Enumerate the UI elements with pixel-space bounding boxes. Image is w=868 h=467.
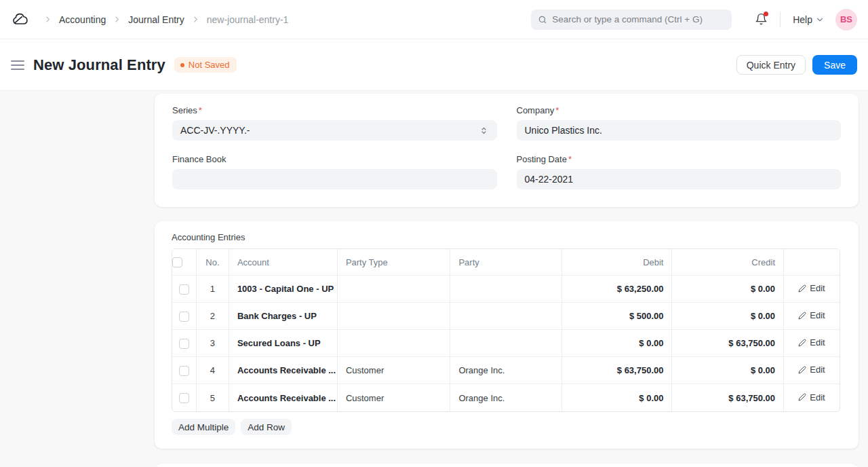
pencil-icon: [798, 312, 806, 320]
row-checkbox[interactable]: [179, 312, 189, 322]
row-checkbox[interactable]: [179, 284, 189, 295]
select-all-checkbox[interactable]: [172, 257, 182, 267]
pencil-icon: [798, 366, 806, 374]
help-menu[interactable]: Help: [793, 14, 825, 25]
column-header-debit: Debit: [562, 249, 673, 276]
credit-cell[interactable]: $ 0.00: [672, 303, 784, 330]
accounting-entries-table: No. Account Party Type Party Debit Credi…: [172, 248, 840, 412]
status-dot-icon: [180, 63, 184, 67]
party-type-cell[interactable]: Customer: [338, 384, 451, 411]
party-cell[interactable]: [450, 276, 561, 303]
global-search[interactable]: [531, 10, 732, 30]
posting-date-field[interactable]: 04-22-2021: [517, 169, 842, 189]
credit-cell[interactable]: $ 63,750.00: [672, 384, 784, 411]
row-number: 1: [197, 276, 229, 303]
party-cell[interactable]: [450, 330, 561, 357]
finance-book-field[interactable]: [172, 169, 497, 189]
debit-cell[interactable]: $ 63,750.00: [562, 357, 673, 384]
column-header-party: Party: [450, 249, 561, 276]
search-input[interactable]: [552, 14, 725, 24]
debit-cell[interactable]: $ 500.00: [562, 303, 673, 330]
table-row: 3 Secured Loans - UP $ 0.00 $ 63,750.00 …: [172, 330, 840, 357]
required-marker: *: [555, 105, 559, 115]
accounting-entries-label: Accounting Entries: [172, 232, 842, 242]
party-type-cell[interactable]: [338, 330, 451, 357]
table-row: 5 Accounts Receivable ... Customer Orang…: [172, 384, 840, 411]
finance-book-label: Finance Book: [172, 154, 497, 164]
sidebar-toggle-button[interactable]: [11, 60, 24, 70]
navbar-divider: [780, 12, 781, 27]
row-checkbox[interactable]: [179, 393, 189, 403]
edit-row-button[interactable]: Edit: [798, 283, 825, 293]
row-checkbox[interactable]: [179, 339, 189, 349]
party-cell[interactable]: [450, 303, 561, 330]
account-cell[interactable]: Secured Loans - UP: [229, 330, 338, 357]
pencil-icon: [798, 339, 806, 347]
pencil-icon: [798, 393, 806, 401]
chevron-right-icon: [112, 14, 122, 24]
add-multiple-button[interactable]: Add Multiple: [172, 419, 235, 435]
required-marker: *: [568, 154, 572, 164]
posting-date-field-group: Posting Date* 04-22-2021: [517, 154, 842, 189]
chevron-right-icon: [191, 14, 201, 24]
status-label: Not Saved: [189, 60, 230, 70]
company-value: Unico Plastics Inc.: [525, 125, 602, 136]
table-row: 2 Bank Charges - UP $ 500.00 $ 0.00 Edit: [172, 303, 840, 330]
breadcrumb: Accounting Journal Entry new-journal-ent…: [37, 14, 288, 25]
user-avatar[interactable]: BS: [835, 9, 857, 31]
breadcrumb-item-accounting[interactable]: Accounting: [59, 14, 106, 25]
column-header-no: No.: [197, 249, 229, 276]
debit-cell[interactable]: $ 0.00: [562, 330, 673, 357]
chevron-down-icon: [815, 15, 825, 24]
account-cell[interactable]: Accounts Receivable ...: [229, 357, 338, 384]
journal-entry-details-card: Series* ACC-JV-.YYYY.- Company* Unico Pl…: [155, 94, 859, 207]
party-type-cell[interactable]: [338, 276, 451, 303]
party-cell[interactable]: Orange Inc.: [450, 357, 561, 384]
pencil-icon: [798, 284, 806, 293]
posting-date-value: 04-22-2021: [525, 174, 574, 185]
credit-cell[interactable]: $ 0.00: [672, 357, 784, 384]
column-header-account: Account: [229, 249, 338, 276]
row-number: 5: [197, 384, 229, 411]
edit-row-button[interactable]: Edit: [798, 365, 825, 375]
edit-row-button[interactable]: Edit: [798, 392, 825, 403]
party-type-cell[interactable]: Customer: [338, 357, 451, 384]
company-label: Company*: [517, 105, 842, 115]
account-cell[interactable]: 1003 - Capital One - UP: [229, 276, 338, 303]
column-header-credit: Credit: [672, 249, 784, 276]
notifications-button[interactable]: [755, 13, 768, 26]
posting-date-label: Posting Date*: [517, 154, 842, 164]
quick-entry-button[interactable]: Quick Entry: [736, 55, 806, 75]
column-header-edit: [784, 249, 840, 276]
party-type-cell[interactable]: [338, 303, 451, 330]
next-section-card: [155, 464, 859, 467]
debit-cell[interactable]: $ 0.00: [562, 384, 673, 411]
row-checkbox[interactable]: [179, 366, 189, 376]
edit-row-button[interactable]: Edit: [798, 310, 825, 320]
debit-cell[interactable]: $ 63,250.00: [562, 276, 673, 303]
status-badge: Not Saved: [174, 57, 237, 73]
chevron-right-icon: [43, 14, 53, 24]
required-marker: *: [199, 105, 202, 115]
party-cell[interactable]: Orange Inc.: [450, 384, 561, 411]
series-value: ACC-JV-.YYYY.-: [180, 125, 250, 136]
account-cell[interactable]: Accounts Receivable ...: [229, 384, 338, 411]
frappe-cloud-logo-icon[interactable]: [11, 10, 30, 29]
help-label: Help: [793, 14, 812, 25]
add-row-button[interactable]: Add Row: [241, 419, 292, 435]
page-header: New Journal Entry Not Saved Quick Entry …: [0, 39, 868, 91]
company-field[interactable]: Unico Plastics Inc.: [517, 120, 842, 141]
main-content: Series* ACC-JV-.YYYY.- Company* Unico Pl…: [0, 91, 868, 467]
select-chevrons-icon: [479, 126, 489, 136]
breadcrumb-item-journal-entry[interactable]: Journal Entry: [128, 14, 184, 25]
row-number: 3: [197, 330, 229, 357]
series-field-group: Series* ACC-JV-.YYYY.-: [172, 105, 497, 141]
page-title: New Journal Entry: [33, 56, 165, 74]
credit-cell[interactable]: $ 0.00: [672, 276, 784, 303]
edit-row-button[interactable]: Edit: [798, 337, 825, 348]
credit-cell[interactable]: $ 63,750.00: [672, 330, 784, 357]
column-header-party-type: Party Type: [338, 249, 451, 276]
account-cell[interactable]: Bank Charges - UP: [229, 303, 338, 330]
series-select[interactable]: ACC-JV-.YYYY.-: [172, 120, 497, 141]
save-button[interactable]: Save: [812, 55, 857, 75]
